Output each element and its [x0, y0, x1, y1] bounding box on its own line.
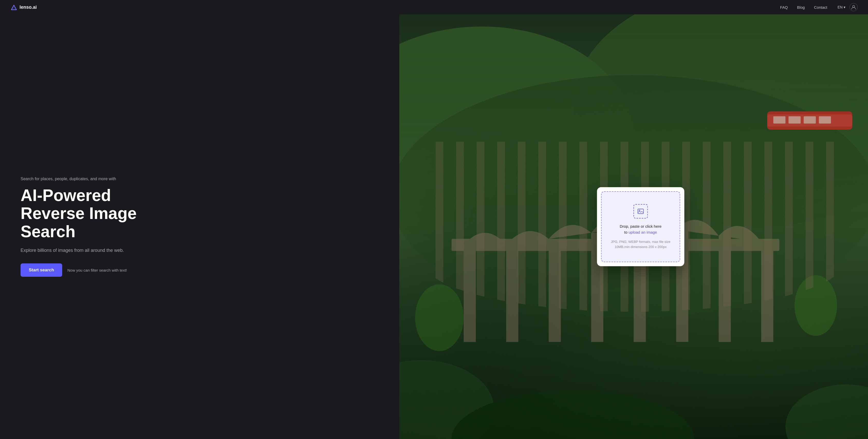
hero-title-line1: AI-Powered: [21, 186, 111, 205]
nav-contact[interactable]: Contact: [814, 5, 828, 9]
upload-box-wrapper: Drop, paste or click here to upload an i…: [597, 187, 684, 266]
upload-main-text: Drop, paste or click here to upload an i…: [620, 224, 662, 235]
hero-right: Drop, paste or click here to upload an i…: [399, 14, 868, 439]
formats-line2: 10MB,min dimensions 200 x 200px: [615, 245, 666, 249]
language-code: EN: [838, 5, 843, 9]
hero-left: Search for places, people, duplicates, a…: [0, 14, 399, 439]
svg-point-26: [795, 275, 837, 336]
svg-point-25: [415, 284, 464, 351]
svg-point-2: [852, 5, 855, 7]
svg-rect-9: [549, 239, 561, 342]
chevron-down-icon: ▾: [844, 5, 845, 9]
user-account-button[interactable]: [849, 3, 858, 11]
svg-rect-18: [773, 116, 785, 124]
svg-rect-7: [464, 245, 476, 342]
upload-link[interactable]: upload an image: [628, 230, 657, 234]
nav-blog[interactable]: Blog: [797, 5, 805, 9]
logo-area[interactable]: lenso.ai: [10, 4, 37, 11]
svg-rect-13: [719, 236, 731, 342]
svg-marker-1: [11, 5, 17, 10]
drop-paste-text: Drop, paste or click here: [620, 224, 662, 229]
main-nav: FAQ Blog Contact: [780, 5, 828, 9]
svg-rect-19: [788, 116, 800, 124]
hero-title-line3: Search: [21, 222, 75, 241]
svg-rect-21: [819, 116, 831, 124]
nav-faq[interactable]: FAQ: [780, 5, 788, 9]
svg-rect-27: [638, 209, 644, 213]
svg-rect-14: [761, 242, 773, 342]
user-icon: [851, 5, 856, 9]
svg-rect-8: [506, 245, 518, 342]
site-header: lenso.ai FAQ Blog Contact EN ▾: [0, 0, 868, 14]
hero-title-line2: Reverse Image: [21, 204, 137, 223]
language-selector[interactable]: EN ▾: [838, 5, 845, 9]
header-right: EN ▾: [838, 3, 858, 11]
hero-description: Explore billions of images from all arou…: [21, 248, 384, 253]
upload-formats: JPG, PNG, WEBP formats, max file size 10…: [611, 239, 671, 249]
drop-to-text: to: [624, 230, 627, 234]
logo-icon: [10, 4, 18, 11]
filter-note: Now you can filter search with text!: [67, 268, 127, 272]
start-search-button[interactable]: Start search: [21, 263, 62, 277]
cta-area: Start search Now you can filter search w…: [21, 263, 384, 277]
svg-rect-20: [804, 116, 816, 124]
svg-point-28: [639, 210, 640, 211]
upload-dropzone[interactable]: Drop, paste or click here to upload an i…: [601, 191, 680, 262]
upload-icon-container: [633, 204, 648, 218]
hero-section: Search for places, people, duplicates, a…: [0, 0, 868, 439]
formats-line1: JPG, PNG, WEBP formats, max file size: [611, 240, 671, 244]
logo-text: lenso.ai: [20, 5, 37, 10]
image-upload-icon: [637, 208, 644, 215]
hero-title: AI-Powered Reverse Image Search: [21, 187, 384, 241]
hero-subtitle: Search for places, people, duplicates, a…: [21, 177, 384, 181]
